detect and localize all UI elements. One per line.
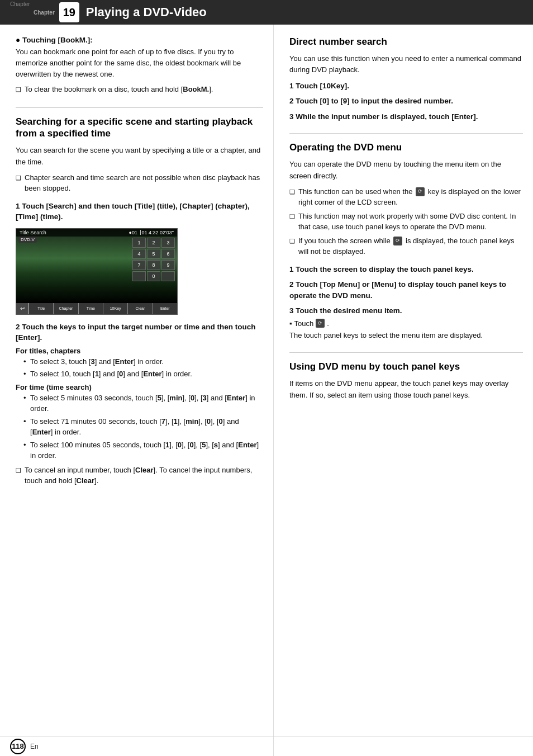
10key-key[interactable]: 10Key [103, 303, 127, 314]
time-bullet-3: To select 100 minutes 05 seconds, touch … [23, 440, 263, 461]
content-area: Touching [BookM.]: You can bookmark one … [0, 25, 533, 756]
direct-number-heading: Direct number search [289, 36, 523, 48]
touch-text: Touch [294, 319, 314, 328]
touching-bookm-note: To clear the bookmark on a disc, touch a… [16, 84, 263, 95]
direct-step3: 3 While the input number is displayed, t… [289, 111, 523, 122]
dvd-note-1: This function can be used when the key i… [289, 186, 523, 208]
for-titles-chapters-heading: For titles, chapters [16, 347, 263, 355]
touching-bookm-section: Touching [BookM.]: You can bookmark one … [16, 36, 263, 95]
direct-number-body: You can use this function when you need … [289, 53, 523, 75]
searching-note: Chapter search and time search are not p… [16, 172, 263, 194]
dvd-note-2-text: This function may not work properly with… [298, 211, 523, 233]
dvd-icon-2 [393, 237, 402, 245]
dvd-step3-heading: 3 Touch the desired menu item. [289, 305, 523, 316]
using-dvd-section: Using DVD menu by touch panel keys If it… [289, 361, 523, 401]
dvd-note-3-text: If you touch the screen while is display… [298, 235, 523, 257]
direct-step2-heading: 2 Touch [0] to [9] to input the desired … [289, 96, 523, 107]
enter-key[interactable]: Enter [153, 303, 177, 314]
titles-bullet-2: To select 10, touch [1] and [0] and [Ent… [23, 368, 263, 380]
time-bullet-2: To select 71 minutes 00 seconds, touch [… [23, 416, 263, 438]
number-grid: 1 2 3 4 5 6 7 8 9 0 [132, 238, 175, 281]
search-step1: 1 Touch [Search] and then touch [Title] … [16, 201, 263, 315]
num-5: 5 [147, 249, 160, 259]
operating-dvd-heading: Operating the DVD menu [289, 141, 523, 153]
left-column: Touching [BookM.]: You can bookmark one … [0, 25, 274, 756]
divider-2 [289, 133, 523, 134]
clear-key[interactable]: Clear [127, 303, 152, 314]
direct-step1: 1 Touch [10Key]. [289, 81, 523, 92]
cancel-note-text: To cancel an input number, touch [Clear]… [25, 465, 263, 486]
touching-bookm-title: Touching [BookM.]: [16, 36, 263, 44]
num-1: 1 [132, 238, 146, 248]
operating-dvd-section: Operating the DVD menu You can operate t… [289, 141, 523, 341]
dvd-icon-3 [316, 319, 325, 328]
search-step2-heading: 2 Touch the keys to input the target num… [16, 322, 263, 343]
num-8: 8 [147, 260, 160, 270]
using-dvd-heading: Using DVD menu by touch panel keys [289, 361, 523, 372]
chapter-key[interactable]: Chapter [53, 303, 78, 314]
dvd-step3: 3 Touch the desired menu item. ▪ Touch .… [289, 305, 523, 341]
time-bullet-1: To select 5 minutes 03 seconds, touch [5… [23, 393, 263, 414]
dvd-step2-heading: 2 Touch [Top Menu] or [Menu] to display … [289, 279, 523, 301]
back-button[interactable]: ↩ [16, 303, 28, 314]
for-time-heading: For time (time search) [16, 383, 263, 391]
page-footer: 118 En [0, 736, 533, 756]
searching-heading: Searching for a specific scene and start… [16, 116, 263, 140]
page-number: 118 [10, 739, 26, 754]
header-bar: Chapter 19 Playing a DVD-Video [0, 0, 533, 25]
search-step1-heading: 1 Touch [Search] and then touch [Title] … [16, 201, 263, 223]
screen-bottom-bar: ↩ Title Chapter Time 10Key Clear Enter [16, 303, 177, 314]
num-0: 0 [147, 271, 160, 281]
operating-dvd-body: You can operate the DVD menu by touching… [289, 159, 523, 181]
num-blank1 [132, 271, 146, 281]
screen-info: ●01 ⏐01 4:32 02'03" [129, 230, 174, 235]
title-key[interactable]: Title [28, 303, 53, 314]
direct-step2: 2 Touch [0] to [9] to input the desired … [289, 96, 523, 107]
divider-3 [289, 352, 523, 353]
time-bullets-list: To select 5 minutes 03 seconds, touch [5… [23, 393, 263, 461]
chapter-number: 19 [59, 2, 79, 22]
num-6: 6 [161, 249, 175, 259]
dvd-step1: 1 Touch the screen to display the touch … [289, 264, 523, 275]
direct-number-section: Direct number search You can use this fu… [289, 36, 523, 122]
dvd-step1-heading: 1 Touch the screen to display the touch … [289, 264, 523, 275]
num-blank2 [161, 271, 175, 281]
cancel-note: To cancel an input number, touch [Clear]… [16, 465, 263, 486]
searching-body: You can search for the scene you want by… [16, 145, 263, 167]
chapter-label-top: Chapter [10, 1, 30, 7]
searching-section: Searching for a specific scene and start… [16, 116, 263, 486]
dvd-note-1-text: This function can be used when the key i… [298, 186, 523, 208]
screenshot: Title Search ●01 ⏐01 4:32 02'03" DVD-V 1… [16, 228, 178, 315]
touching-bookm-body: You can bookmark one point for each of u… [16, 46, 263, 80]
num-7: 7 [132, 260, 146, 270]
search-step2: 2 Touch the keys to input the target num… [16, 322, 263, 486]
num-3: 3 [161, 238, 175, 248]
screen-top-bar: Title Search ●01 ⏐01 4:32 02'03" [16, 229, 177, 237]
titles-chapters-list: To select 3, touch [3] and [Enter] in or… [23, 356, 263, 380]
num-2: 2 [147, 238, 160, 248]
period: . [327, 319, 329, 328]
touching-bookm-note-text: To clear the bookmark on a disc, touch a… [25, 84, 213, 95]
right-column: Direct number search You can use this fu… [274, 25, 533, 756]
dvd-icon-1 [416, 187, 425, 196]
dvd-note-3: If you touch the screen while is display… [289, 235, 523, 257]
dvd-step2: 2 Touch [Top Menu] or [Menu] to display … [289, 279, 523, 301]
direct-step1-heading: 1 Touch [10Key]. [289, 81, 523, 92]
chapter-label: Chapter [34, 10, 55, 16]
direct-step3-heading: 3 While the input number is displayed, t… [289, 111, 523, 122]
dvd-step3-note: ▪ Touch . [289, 319, 523, 328]
divider-1 [16, 107, 263, 108]
num-4: 4 [132, 249, 146, 259]
num-9: 9 [161, 260, 175, 270]
screen-inner: Title Search ●01 ⏐01 4:32 02'03" DVD-V 1… [16, 229, 177, 314]
screen-title-label: Title Search [20, 230, 46, 235]
page-title: Playing a DVD-Video [86, 5, 207, 20]
time-key[interactable]: Time [78, 303, 103, 314]
titles-bullet-1: To select 3, touch [3] and [Enter] in or… [23, 356, 263, 367]
dvd-note-2: This function may not work properly with… [289, 211, 523, 233]
bottom-keys: Title Chapter Time 10Key Clear Enter [28, 303, 177, 314]
language-label: En [30, 743, 39, 750]
dvd-v-label: DVD-V [18, 237, 37, 243]
searching-note-text: Chapter search and time search are not p… [25, 172, 263, 194]
using-dvd-body: If items on the DVD menu appear, the tou… [289, 378, 523, 400]
